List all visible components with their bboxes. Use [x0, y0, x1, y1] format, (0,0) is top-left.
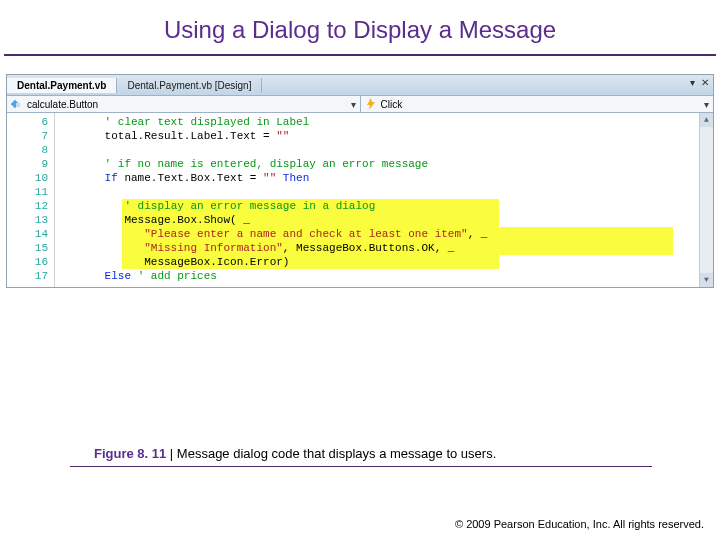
- line-number: 13: [7, 213, 48, 227]
- slide-title: Using a Dialog to Display a Message: [0, 0, 720, 54]
- tab-strip: Dental.Payment.vb Dental.Payment.vb [Des…: [7, 75, 713, 95]
- code-line: [55, 185, 699, 199]
- bolt-icon: [365, 98, 377, 110]
- figure-label: Figure 8. 11: [94, 446, 166, 461]
- code-line: MessageBox.Icon.Error): [55, 255, 699, 269]
- ide-screenshot: Dental.Payment.vb Dental.Payment.vb [Des…: [6, 74, 714, 288]
- line-number-gutter: 67891011121314151617: [7, 113, 55, 287]
- method-dropdown[interactable]: Click ▾: [361, 96, 714, 112]
- line-number: 12: [7, 199, 48, 213]
- chevron-down-icon: ▾: [351, 99, 356, 110]
- line-number: 8: [7, 143, 48, 157]
- tab-menu-icon[interactable]: ▾: [690, 77, 695, 88]
- line-number: 7: [7, 129, 48, 143]
- tabstrip-right-icons: ▾ ✕: [690, 77, 709, 88]
- line-number: 14: [7, 227, 48, 241]
- line-number: 17: [7, 269, 48, 283]
- svg-rect-1: [16, 103, 20, 107]
- code-editor: 67891011121314151617 ' clear text displa…: [7, 113, 713, 287]
- caption-underline: [70, 466, 652, 467]
- code-line: total.Result.Label.Text = "": [55, 129, 699, 143]
- title-underline: [4, 54, 716, 56]
- field-icon: [11, 98, 23, 110]
- class-dropdown-text: calculate.Button: [27, 99, 98, 110]
- tab-design[interactable]: Dental.Payment.vb [Design]: [117, 78, 262, 93]
- code-line: Message.Box.Show( _: [55, 213, 699, 227]
- code-line: ' if no name is entered, display an erro…: [55, 157, 699, 171]
- scroll-down-icon[interactable]: ▼: [700, 273, 713, 287]
- svg-marker-2: [367, 98, 375, 110]
- line-number: 6: [7, 115, 48, 129]
- figure-caption-text: | Message dialog code that displays a me…: [166, 446, 496, 461]
- code-line: ' clear text displayed in Label: [55, 115, 699, 129]
- copyright-text: © 2009 Pearson Education, Inc. All right…: [455, 518, 704, 530]
- chevron-down-icon: ▾: [704, 99, 709, 110]
- line-number: 15: [7, 241, 48, 255]
- line-number: 16: [7, 255, 48, 269]
- scroll-up-icon[interactable]: ▲: [700, 113, 713, 127]
- member-dropdown-row: calculate.Button ▾ Click ▾: [7, 95, 713, 113]
- method-dropdown-text: Click: [381, 99, 403, 110]
- close-icon[interactable]: ✕: [701, 77, 709, 88]
- line-number: 10: [7, 171, 48, 185]
- line-number: 9: [7, 157, 48, 171]
- tab-code[interactable]: Dental.Payment.vb: [7, 78, 117, 93]
- class-dropdown[interactable]: calculate.Button ▾: [7, 96, 361, 112]
- figure-caption: Figure 8. 11 | Message dialog code that …: [94, 446, 496, 461]
- code-line: Else ' add prices: [55, 269, 699, 283]
- code-area: ' clear text displayed in Label total.Re…: [55, 113, 699, 287]
- code-line: [55, 143, 699, 157]
- code-line: ' display an error message in a dialog: [55, 199, 699, 213]
- code-line: "Please enter a name and check at least …: [55, 227, 699, 241]
- vertical-scrollbar[interactable]: ▲ ▼: [699, 113, 713, 287]
- line-number: 11: [7, 185, 48, 199]
- code-line: If name.Text.Box.Text = "" Then: [55, 171, 699, 185]
- code-line: "Missing Information", MessageBox.Button…: [55, 241, 699, 255]
